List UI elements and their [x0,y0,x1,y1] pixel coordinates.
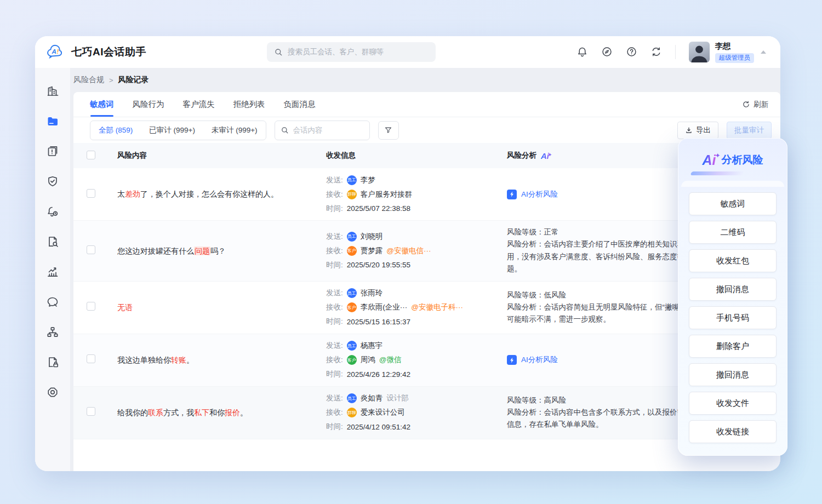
row-checkbox[interactable] [87,189,95,198]
tab-4[interactable]: 负面消息 [284,92,316,117]
breadcrumb-current: 风险记录 [118,75,149,85]
sparkle-icon: ✦ [547,152,552,158]
receiver-name: 客户服务对接群 [361,190,413,199]
tab-1[interactable]: 风险行为 [133,92,164,117]
time-label: 时间: [326,422,343,432]
sidebar-item-security[interactable] [46,175,59,188]
receiver-name: 贾梦露 [361,246,383,256]
tab-3[interactable]: 拒绝列表 [233,92,265,117]
time-label: 时间: [326,369,343,379]
group-badge: 群聊 [347,408,357,417]
ai-panel-button-4[interactable]: 手机号码 [689,306,777,329]
sidebar-item-records[interactable] [46,114,59,128]
row-checkbox[interactable] [87,302,95,311]
row-checkbox[interactable] [87,407,95,416]
search-icon [274,48,283,56]
receiver-line: 接收: 群聊 爱来设计公司 [326,408,507,417]
tab-2[interactable]: 客户流失 [183,92,215,117]
app-header: A ! 七巧AI会话助手 搜索员工会话、客户、群聊等 [35,36,780,68]
table-row[interactable]: 您这边对拔罐还有什么问题吗？ 发送: 员工 刘晓明 接收: 客户 贾梦露@安徽电… [73,221,780,282]
ai-bolt-icon [507,190,517,199]
breadcrumb-parent[interactable]: 风险合规 [73,75,104,85]
row-checkbox[interactable] [87,354,95,363]
audit-filter-segmented: 全部 (859)已审计 (999+)未审计 (999+) [90,121,266,140]
tab-0[interactable]: 敏感词 [90,92,114,117]
receiver-line: 接收: 客户 周鸿@微信 [326,355,507,365]
table-row[interactable]: 太差劲了，换个人对接，怎么会有你这样的人。 发送: 员工 李梦 接收: 群聊 客… [73,168,780,221]
receiver-label: 接收: [326,355,343,365]
receiver-label: 接收: [326,408,343,417]
sidebar-item-risk-alerts[interactable] [46,145,59,158]
sync-switch-icon[interactable] [650,46,662,58]
row-checkbox[interactable] [87,245,95,254]
user-menu[interactable]: 李想 超级管理员 [689,41,767,62]
message-time: 2025/5/15 16:15:37 [347,318,410,326]
filter-funnel-button[interactable] [378,121,399,140]
group-badge: 群聊 [347,190,357,199]
notifications-bell-icon[interactable] [576,46,588,58]
main-area: 风险合规 > 风险记录 敏感词风险行为客户流失拒绝列表负面消息 刷新 全部 (8… [35,68,780,471]
sidebar-item-settings[interactable] [46,386,59,399]
receiver-extra: @安徽电信··· [386,246,431,256]
sidebar-item-org-structure[interactable] [46,325,59,339]
sidebar-item-company[interactable] [46,84,59,98]
message-info-cell: 发送: 员工 张雨玲 接收: 客户 李欣雨(企业···@安徽电子科··· 时间:… [326,288,507,327]
sidebar-item-audit-docs[interactable] [46,235,59,248]
export-button[interactable]: 导出 [677,122,718,139]
content-area: 风险合规 > 风险记录 敏感词风险行为客户流失拒绝列表负面消息 刷新 全部 (8… [70,68,780,471]
refresh-button[interactable]: 刷新 [742,100,768,110]
download-icon [685,127,693,134]
global-search-input[interactable]: 搜索员工会话、客户、群聊等 [267,42,436,62]
table-row[interactable]: 给我你的联系方式，我私下和你报价。 发送: 员工 炎如青设计部 接收: 群聊 爱… [73,387,780,439]
refresh-icon [742,100,750,108]
table-row[interactable]: 我这边单独给你转账。 发送: 员工 杨惠宇 接收: 客户 周鸿@微信 时间:20… [73,334,780,387]
sender-extra: 设计部 [386,393,409,403]
select-all-checkbox[interactable] [87,151,95,159]
table-row[interactable]: 无语 发送: 员工 张雨玲 接收: 客户 李欣雨(企业···@安徽电子科··· … [73,282,780,334]
message-time: 2025/4/26 12:29:42 [347,370,410,379]
employee-badge: 员工 [347,232,357,242]
table-header: 风险内容 收发信息 风险分析 Ai✦ [73,143,780,168]
receiver-label: 接收: [326,190,343,199]
conversation-search[interactable] [275,121,370,140]
receiver-line: 接收: 群聊 客户服务对接群 [326,190,507,199]
ai-panel-title: 分析风险 [722,153,763,167]
column-risk-content: 风险内容 [117,151,326,161]
filter-segment-2[interactable]: 未审计 (999+) [203,125,266,135]
sender-label: 发送: [326,288,343,298]
export-label: 导出 [696,125,711,135]
batch-audit-button[interactable]: 批量审计 [727,122,772,139]
ai-panel-button-1[interactable]: 二维码 [689,221,777,244]
tabs-row: 敏感词风险行为客户流失拒绝列表负面消息 刷新 [73,92,780,117]
sidebar-item-analytics[interactable] [46,265,59,278]
chart-trend-icon [46,271,59,280]
filter-segment-0[interactable]: 全部 (859) [90,125,141,135]
ai-panel-button-3[interactable]: 撤回消息 [689,278,777,301]
employee-badge: 员工 [347,341,357,351]
ai-panel-button-8[interactable]: 收发链接 [689,420,777,443]
ai-panel-button-7[interactable]: 收发文件 [689,392,777,415]
sender-line: 发送: 员工 张雨玲 [326,288,507,298]
ai-panel-button-0[interactable]: 敏感词 [689,192,777,215]
help-icon[interactable] [626,46,637,58]
sidebar-item-notifications[interactable] [46,205,59,218]
receiver-name: 周鸿 [361,355,375,365]
sidebar-item-doc-permissions[interactable] [46,356,59,369]
time-line: 时间:2025/5/20 19:55:55 [326,260,507,270]
sidebar-item-conversations[interactable] [46,295,59,308]
ai-panel-button-6[interactable]: 撤回消息 [689,363,777,386]
company-icon [46,90,59,99]
message-time: 2025/4/12 09:51:42 [347,423,410,431]
customer-badge: 客户 [347,302,357,312]
ai-panel-button-5[interactable]: 删除客户 [689,335,777,358]
filter-segment-1[interactable]: 已审计 (999+) [141,125,203,135]
conversation-search-input[interactable] [292,125,364,135]
customer-badge: 客户 [347,246,357,256]
ai-panel-button-2[interactable]: 收发红包 [689,249,777,272]
sender-label: 发送: [326,175,343,185]
funnel-icon [384,126,392,134]
doc-alert-icon [46,150,59,159]
explore-compass-icon[interactable] [601,46,613,58]
user-name: 李想 [715,42,731,50]
ai-bolt-icon [507,355,517,365]
